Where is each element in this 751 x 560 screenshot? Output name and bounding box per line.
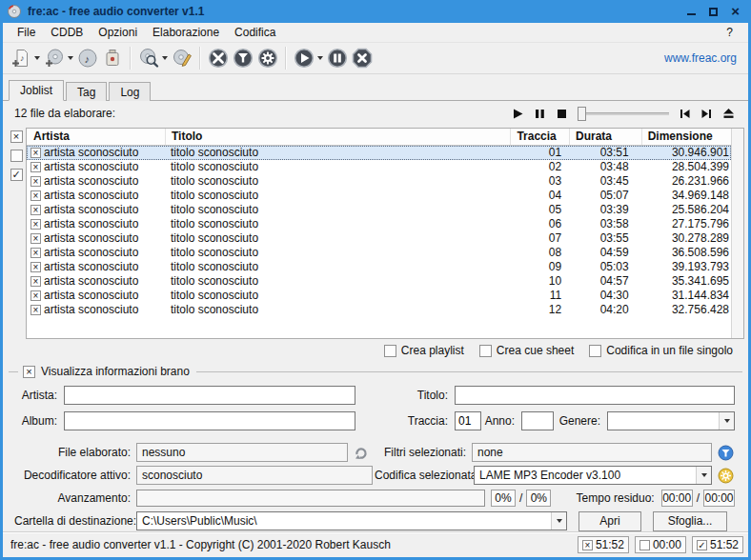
start-encoding-dropdown-icon[interactable] [317,56,323,60]
add-files-dropdown-icon[interactable] [34,56,40,60]
menu-file[interactable]: File [10,24,42,41]
select-all-checkbox[interactable]: × [10,130,23,143]
menu-elaborazione[interactable]: Elaborazione [146,24,226,41]
menu-codifica[interactable]: Codifica [228,24,282,41]
encoder-dropdown-icon[interactable] [696,467,711,484]
create-cuesheet-option[interactable]: Crea cue sheet [479,344,574,357]
preview-play-button[interactable] [512,108,524,120]
table-row[interactable]: ×artista sconosciuto titolo sconosciuto … [27,274,731,289]
table-row[interactable]: ×artista sconosciuto titolo sconosciuto … [27,246,731,260]
year-field[interactable] [521,411,554,430]
filters-config-icon[interactable] [716,445,735,461]
stop-encoding-button[interactable] [350,45,375,71]
pause-encoding-button[interactable] [325,45,350,71]
row-checkbox[interactable]: × [30,176,41,187]
pause-icon [327,48,348,69]
create-playlist-option[interactable]: Crea playlist [384,344,464,357]
row-checkbox[interactable]: × [30,305,41,315]
row-checkbox[interactable]: × [30,248,41,258]
start-encoding-button[interactable] [292,45,316,71]
row-checkbox[interactable]: × [30,219,41,230]
browse-folder-button[interactable]: Sfoglia... [653,511,727,531]
row-track: 05 [510,203,569,217]
seek-slider[interactable] [578,107,669,121]
add-cd-dropdown-icon[interactable] [68,56,73,60]
folder-dropdown-icon[interactable] [551,512,566,530]
row-checkbox[interactable]: × [30,233,41,244]
artist-field[interactable] [64,386,355,405]
column-size[interactable]: Dimensione [641,129,731,145]
cddb-query-dropdown-icon[interactable] [162,56,168,60]
previous-track-button[interactable] [679,108,691,120]
cddb-submit-button[interactable] [170,45,194,71]
select-none-checkbox[interactable] [10,150,23,162]
table-row[interactable]: ×artista sconosciuto titolo sconosciuto … [27,260,731,274]
table-row[interactable]: ×artista sconosciuto titolo sconosciuto … [27,189,731,203]
cddb-query-button[interactable] [136,45,161,71]
open-folder-button[interactable]: Apri [578,511,641,531]
encoder-config-icon[interactable] [716,468,735,484]
vertical-scrollbar[interactable] [731,129,743,338]
table-row[interactable]: ×artista sconosciuto titolo sconosciuto … [27,146,731,160]
output-folder-combobox[interactable]: C:\Users\Public\Music\ [136,511,567,530]
progress-percent: 0% [491,490,516,507]
menu-opzioni[interactable]: Opzioni [91,24,144,41]
titlebar[interactable]: fre:ac - free audio converter v1.1 × [3,0,748,23]
table-row[interactable]: ×artista sconosciuto titolo sconosciuto … [27,217,731,231]
tab-joblist[interactable]: Joblist [9,80,64,101]
album-field[interactable] [64,411,355,430]
preview-stop-button[interactable] [556,108,568,120]
row-checkbox[interactable]: × [30,262,41,272]
toggle-selection-checkbox[interactable]: ✓ [10,169,23,181]
show-track-info-checkbox[interactable]: × [23,366,35,378]
add-files-button[interactable]: ♪ [9,45,33,71]
clear-joblist-button[interactable] [100,45,125,71]
tab-tag[interactable]: Tag [66,82,107,101]
row-checkbox[interactable]: × [30,276,41,287]
row-checkbox[interactable]: × [30,190,41,201]
row-checkbox[interactable]: × [30,162,41,172]
tools-icon [208,48,229,69]
table-row[interactable]: ×artista sconosciuto titolo sconosciuto … [27,289,731,303]
create-playlist-checkbox[interactable] [384,345,396,357]
configure-components-button[interactable] [206,45,231,71]
next-track-button[interactable] [700,108,713,120]
table-row[interactable]: ×artista sconosciuto titolo sconosciuto … [27,160,731,174]
row-checkbox[interactable]: × [30,290,41,301]
column-track[interactable]: Traccia [510,129,569,145]
close-icon[interactable]: × [731,7,740,16]
row-checkbox[interactable]: × [30,148,41,158]
column-artist[interactable]: Artista [27,129,165,145]
table-row[interactable]: ×artista sconosciuto titolo sconosciuto … [27,174,731,189]
seek-slider-handle[interactable] [578,107,586,121]
unchecked-time-box: 00:00 [635,536,686,553]
filter-settings-button[interactable] [231,45,255,71]
table-row[interactable]: ×artista sconosciuto titolo sconosciuto … [27,203,731,217]
row-duration: 04:20 [569,303,641,317]
row-checkbox[interactable]: × [30,205,41,215]
single-file-checkbox[interactable] [589,345,601,357]
genre-combobox[interactable] [607,411,735,430]
genre-dropdown-icon[interactable] [719,412,734,430]
eject-button[interactable] [722,108,735,120]
maximize-icon[interactable] [709,8,718,16]
column-duration[interactable]: Durata [569,129,641,145]
table-row[interactable]: ×artista sconosciuto titolo sconosciuto … [27,231,731,246]
menu-help[interactable]: ? [719,24,741,41]
open-file-arrow-icon[interactable] [352,445,371,460]
menu-cddb[interactable]: CDDB [44,24,90,41]
encoder-combobox[interactable]: LAME MP3 Encoder v3.100 [474,466,712,485]
single-file-option[interactable]: Codifica in un file singolo [589,344,733,357]
tab-log[interactable]: Log [109,82,151,101]
website-link[interactable]: www.freac.org [664,51,742,65]
preview-pause-button[interactable] [534,108,546,120]
track-field[interactable] [455,411,481,430]
music-file-button[interactable]: ♪ [75,45,100,71]
general-settings-button[interactable] [255,45,280,71]
create-cuesheet-checkbox[interactable] [479,345,492,357]
add-cd-button[interactable] [42,45,67,71]
title-field[interactable] [455,386,735,405]
column-title[interactable]: Titolo [165,129,510,145]
minimize-icon[interactable] [687,8,696,15]
table-row[interactable]: ×artista sconosciuto titolo sconosciuto … [27,303,731,317]
